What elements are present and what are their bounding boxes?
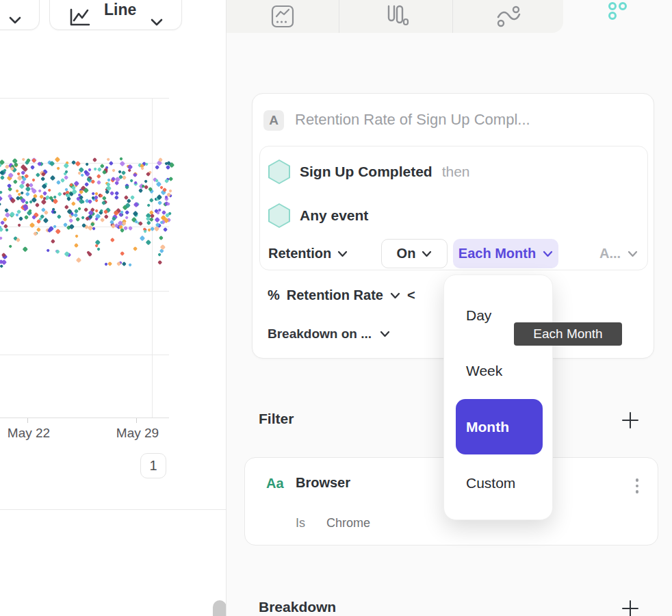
scatter-point [43,218,49,223]
menu-item-custom[interactable]: Custom [456,463,543,504]
menu-item-week[interactable]: Week [456,350,543,392]
scatter-point [92,227,96,231]
axis-tick [136,418,137,423]
event-name: Sign Up Completed [300,164,432,180]
scatter-point [138,188,143,193]
scatter-point [128,263,132,267]
pagination-button[interactable]: 1 [140,453,166,478]
event-step-row[interactable]: Sign Up Completed then [268,159,470,184]
kebab-menu-button[interactable] [628,474,646,498]
scatter-point [35,203,40,207]
breakdown-section-title: Breakdown [259,599,336,615]
scatter-point [75,160,81,166]
query-title-field[interactable]: Retention Rate of Sign Up Compl... [295,111,530,129]
scatter-point [8,187,12,192]
gridline [0,98,169,99]
scatter-point [57,192,62,196]
scrollbar-thumb[interactable] [213,600,227,616]
filter-property[interactable]: Browser [296,475,350,491]
retention-controls-row: Retention On Each Month A... [268,239,649,268]
scatter-point [50,175,55,181]
tab-combo-chart[interactable] [227,0,339,33]
scatter-point [125,185,129,190]
granularity-dropdown[interactable]: Each Month [453,239,558,268]
axis-tick [27,418,28,423]
scatter-point [75,217,81,222]
scatter-point [149,198,153,202]
scatter-point [144,179,148,183]
query-builder-panel: A Retention Rate of Sign Up Compl... Sig… [227,0,672,616]
occluded-text: < [407,287,415,303]
scatter-point [3,224,8,229]
scatter-point [138,221,143,226]
tab-scatter-selected[interactable] [563,0,672,33]
scatter-point [150,214,155,218]
property-type-icon: Aa [266,476,284,491]
combo-chart-icon [271,5,294,28]
add-filter-button[interactable] [621,411,639,429]
tab-bar-chart[interactable] [339,0,452,33]
add-breakdown-button[interactable] [621,600,639,616]
scatter-point [146,240,151,245]
scatter-point [40,177,46,182]
metric-dropdown[interactable]: % Retention Rate < [268,287,415,303]
scatter-point [55,229,61,234]
scatter-point [31,178,36,182]
scatter-point [140,235,145,241]
gridline [0,291,169,292]
scatter-point [0,264,3,268]
event-hexagon-icon [268,159,290,184]
scatter-point [146,220,151,225]
scatter-point [109,161,114,166]
scatter-point [92,157,97,162]
scatter-point [96,248,101,252]
scatter-point [57,214,62,219]
scatter-point [0,190,3,194]
scatter-point [125,216,129,220]
horizontal-divider [0,509,226,510]
flow-chart-icon [495,4,521,29]
tab-flow-chart[interactable] [453,0,563,33]
measure-dropdown[interactable]: Retention [268,246,348,261]
breakdown-on-dropdown[interactable]: Breakdown on ... [268,326,390,342]
truncated-dropdown[interactable]: A... [599,239,638,268]
scatter-point [107,261,113,267]
scatter-point [47,188,51,192]
event-suffix: then [442,164,470,180]
scatter-point [130,195,135,200]
x-axis-label: May 29 [116,426,159,441]
filter-operator[interactable]: Is [296,516,305,530]
chart-panel: Line May 22May 29 1 [0,0,226,616]
gridline [152,98,153,418]
event-name: Any event [300,207,368,224]
scatter-point [109,191,114,196]
scatter-point [102,196,107,201]
query-label-badge: A [263,110,284,131]
scatter-point [0,175,5,180]
filter-section-title: Filter [259,411,294,427]
scatter-point [157,260,163,266]
scatter-point [8,244,12,248]
event-step-row[interactable]: Any event [268,203,378,228]
scatter-point [129,179,133,183]
tooltip: Each Month [514,322,622,346]
scatter-point [83,188,89,193]
scatter-point [24,215,29,220]
x-axis-label: May 22 [8,426,50,441]
view-tab-bar [227,0,563,33]
scatter-point [0,227,3,232]
scatter-point [81,216,85,220]
menu-item-month[interactable]: Month [456,399,543,454]
filter-value[interactable]: Chrome [326,516,370,530]
scatter-point [88,199,92,204]
scatter-point [104,263,108,267]
scatter-point [163,227,168,231]
scatter-point [74,243,79,248]
scatter-point [96,174,101,179]
scatter-point [119,251,125,256]
scatter-point [80,173,84,177]
scatter-point [38,189,42,193]
scatter-point [23,246,28,252]
operator-dropdown[interactable]: On [381,239,448,268]
event-hexagon-icon [268,203,290,228]
